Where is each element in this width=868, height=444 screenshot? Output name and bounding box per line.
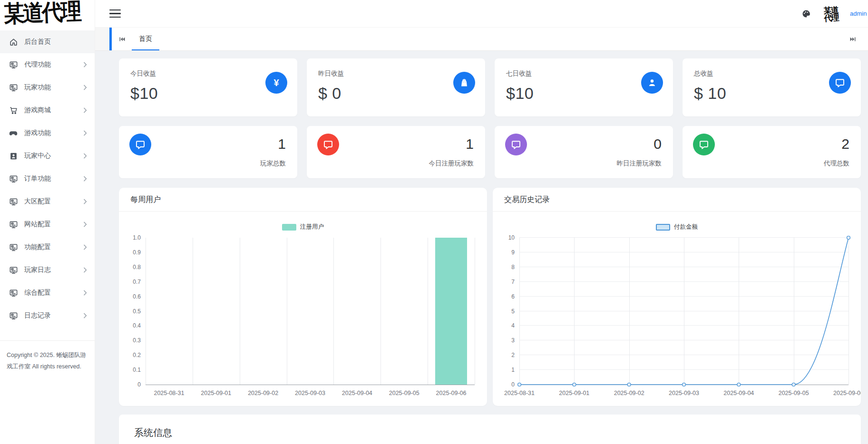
tab-home[interactable]: 首页 [132, 28, 159, 50]
y-tick-label: 9 [511, 250, 515, 255]
stat-card-3: 总收益$ 10 [683, 58, 861, 116]
chevron-right-icon [83, 130, 87, 136]
sidebar-item-5[interactable]: 玩家中心 [0, 145, 95, 167]
app-logo[interactable]: 某道代理 ® [0, 0, 95, 28]
sidebar-item-label: 游戏商城 [24, 106, 83, 115]
theme-palette-icon[interactable] [801, 9, 811, 19]
count-card-label: 昨日注册玩家数 [506, 159, 662, 168]
y-tick-label: 3 [511, 338, 515, 343]
chevron-right-icon [83, 107, 87, 113]
chevron-right-icon [83, 267, 87, 273]
data-point [683, 383, 686, 386]
copyright-text: Copyright © 2025. 蜥蜴团队游戏工作室 All rights r… [0, 341, 95, 373]
home-icon [9, 37, 18, 47]
data-point [847, 236, 850, 240]
monitor-icon [9, 83, 18, 92]
gridline-vertical [333, 238, 334, 385]
stat-card-title: 总收益 [694, 69, 849, 78]
sidebar-item-7[interactable]: 大区配置 [0, 190, 95, 213]
sidebar-item-label: 玩家中心 [24, 152, 83, 160]
sidebar-item-4[interactable]: 游戏功能 [0, 122, 95, 145]
sidebar-item-9[interactable]: 功能配置 [0, 236, 95, 259]
weekly-users-legend[interactable]: 注册用户 [130, 212, 476, 231]
chevron-right-icon [83, 313, 87, 319]
menu-toggle-icon[interactable] [109, 10, 121, 18]
x-tick-label: 2025-09-05 [779, 390, 809, 396]
count-card-label: 代理总数 [694, 159, 849, 168]
sidebar-item-1[interactable]: 代理功能 [0, 53, 95, 76]
registered-mark: ® [70, 1, 74, 7]
sidebar-item-12[interactable]: 日志记录 [0, 304, 95, 327]
sidebar-item-6[interactable]: 订单功能 [0, 167, 95, 190]
x-tick-label: 2025-09-05 [389, 390, 419, 396]
y-tick-label: 0.2 [133, 352, 141, 358]
sidebar-item-label: 网站配置 [24, 220, 83, 229]
chat-icon [829, 72, 851, 94]
x-tick-label: 2025-09-02 [248, 390, 278, 396]
legend-label: 付款金额 [674, 223, 698, 231]
scroll-tabs-right-button[interactable] [838, 28, 868, 50]
y-tick-label: 5 [511, 309, 515, 314]
transaction-history-title: 交易历史记录 [493, 188, 861, 212]
y-tick-label: 0.5 [133, 309, 141, 314]
gridline-vertical [287, 238, 287, 385]
x-tick-label: 2025-09-01 [559, 390, 589, 396]
stat-card-title: 七日收益 [506, 69, 662, 78]
main-column: 某道代理 admin 首页 今日收益$10¥昨日收益$ 0七日收益$10总收益$… [95, 0, 868, 444]
stat-card-2: 七日收益$10 [495, 58, 673, 116]
y-tick-label: 8 [511, 264, 515, 270]
system-info-card: 系统信息 [119, 415, 861, 444]
revenue-cards-row: 今日收益$10¥昨日收益$ 0七日收益$10总收益$ 10 [119, 58, 861, 116]
chevron-right-icon [83, 244, 87, 250]
transaction-history-legend[interactable]: 付款金额 [504, 212, 849, 231]
chevron-right-icon [83, 290, 87, 296]
x-tick-label: 2025-09-04 [342, 390, 372, 396]
y-tick-label: 0.9 [133, 250, 141, 255]
y-tick-label: 2 [511, 352, 515, 358]
idcard-icon [9, 151, 18, 161]
data-point [792, 383, 795, 386]
legend-swatch-bar [282, 224, 296, 231]
sidebar-item-label: 玩家日志 [24, 266, 83, 274]
transaction-history-plot: 0123456789102025-08-312025-09-012025-09-… [519, 238, 848, 385]
scroll-tabs-left-button[interactable] [112, 28, 132, 50]
data-point [518, 383, 521, 386]
data-point [627, 383, 631, 386]
yen-icon: ¥ [265, 72, 287, 94]
y-tick-label: 0.8 [133, 264, 141, 270]
sidebar-item-11[interactable]: 综合配置 [0, 281, 95, 304]
avatar-logo-text: 某道代理 [824, 5, 844, 22]
logo-text: 某道代理 [3, 0, 80, 29]
y-tick-label: 0 [137, 382, 141, 387]
stat-card-0: 今日收益$10¥ [119, 58, 297, 116]
y-tick-label: 0 [511, 382, 515, 387]
gridline-vertical [240, 238, 240, 385]
count-card-3: 2代理总数 [683, 126, 861, 178]
x-tick-label: 2025-09-03 [669, 390, 699, 396]
bag-icon [453, 72, 475, 94]
monitor-icon [9, 288, 18, 298]
y-tick-label: 0.7 [133, 279, 141, 285]
sidebar-item-3[interactable]: 游戏商城 [0, 99, 95, 122]
y-tick-label: 4 [511, 323, 515, 328]
chat-icon [317, 134, 339, 155]
sidebar-item-label: 玩家功能 [24, 83, 83, 92]
sidebar-item-0[interactable]: 后台首页 [0, 30, 95, 53]
sidebar-item-label: 功能配置 [24, 243, 83, 251]
y-tick-label: 1 [511, 367, 515, 373]
stat-card-value: $10 [506, 84, 662, 103]
sidebar-item-2[interactable]: 玩家功能 [0, 76, 95, 99]
system-info-title: 系统信息 [134, 426, 846, 439]
stat-card-value: $10 [130, 84, 286, 103]
chevron-right-icon [83, 222, 87, 227]
sidebar-item-8[interactable]: 网站配置 [0, 213, 95, 236]
charts-row: 每周用户 注册用户 00.10.20.30.40.50.60.70.80.91.… [119, 188, 861, 406]
y-tick-label: 0.3 [133, 338, 141, 343]
person-icon [641, 72, 663, 94]
x-tick-label: 2025-09-04 [723, 390, 754, 396]
cart-icon [9, 106, 18, 115]
sidebar-item-10[interactable]: 玩家日志 [0, 259, 95, 281]
username-link[interactable]: admin [850, 10, 868, 17]
user-avatar[interactable]: 某道代理 [824, 4, 847, 23]
count-card-1: 1今日注册玩家数 [307, 126, 485, 178]
